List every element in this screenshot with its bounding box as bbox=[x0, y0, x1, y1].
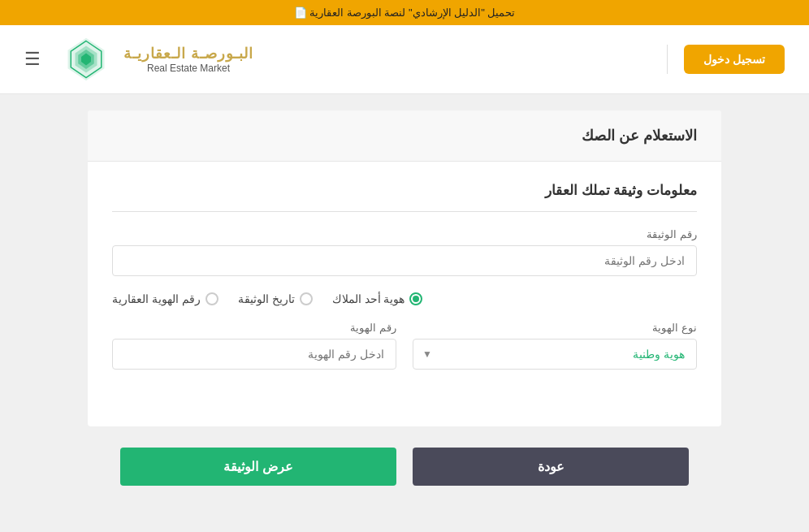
radio-real-estate-id-input[interactable] bbox=[205, 292, 218, 305]
logo-icon bbox=[62, 35, 110, 84]
id-number-group: رقم الهوية bbox=[112, 322, 396, 370]
deed-number-group: رقم الوثيقة bbox=[112, 228, 697, 276]
id-type-label: نوع الهوية bbox=[413, 322, 697, 334]
content-card: الاستعلام عن الصك معلومات وثيقة تملك الع… bbox=[88, 110, 721, 426]
id-row: نوع الهوية هوية وطنية هوية مقيم جواز سفر… bbox=[112, 322, 697, 386]
deed-number-label: رقم الوثيقة bbox=[112, 228, 697, 240]
menu-icon[interactable]: ☰ bbox=[24, 49, 41, 70]
radio-owner-id[interactable]: هوية أحد الملاك bbox=[332, 292, 423, 305]
view-document-button[interactable]: عرض الوثيقة bbox=[120, 448, 396, 486]
logo-english-name: Real Estate Market bbox=[123, 63, 253, 74]
page-title: الاستعلام عن الصك bbox=[112, 127, 697, 145]
logo-text: البـورصـة الـعقاريـة Real Estate Market bbox=[123, 45, 253, 74]
form-section-title: معلومات وثيقة تملك العقار bbox=[112, 182, 697, 212]
main-content: الاستعلام عن الصك معلومات وثيقة تملك الع… bbox=[0, 94, 809, 525]
banner-text: تحميل "الدليل الإرشادي" لنصة البورصة الع… bbox=[294, 6, 516, 19]
header-left: تسجيل دخول bbox=[667, 45, 785, 74]
header-divider bbox=[667, 45, 668, 74]
header: تسجيل دخول البـورصـة الـعقاريـة Real Est… bbox=[0, 25, 809, 94]
radio-deed-date-input[interactable] bbox=[300, 292, 313, 305]
top-banner[interactable]: تحميل "الدليل الإرشادي" لنصة البورصة الع… bbox=[0, 0, 809, 25]
login-button[interactable]: تسجيل دخول bbox=[684, 45, 785, 74]
id-number-label: رقم الهوية bbox=[112, 322, 396, 334]
id-number-input[interactable] bbox=[112, 339, 396, 370]
page-title-section: الاستعلام عن الصك bbox=[88, 110, 721, 162]
id-type-select-wrapper: هوية وطنية هوية مقيم جواز سفر ▼ bbox=[413, 339, 697, 370]
id-type-select[interactable]: هوية وطنية هوية مقيم جواز سفر bbox=[413, 339, 697, 370]
form-section: معلومات وثيقة تملك العقار رقم الوثيقة هو… bbox=[88, 162, 721, 426]
radio-deed-date-label: تاريخ الوثيقة bbox=[238, 292, 295, 305]
action-bar: عودة عرض الوثيقة bbox=[0, 435, 809, 499]
radio-group: هوية أحد الملاك تاريخ الوثيقة رقم الهوية… bbox=[112, 292, 697, 305]
back-button[interactable]: عودة bbox=[413, 448, 689, 486]
deed-number-input[interactable] bbox=[112, 245, 697, 276]
header-right: البـورصـة الـعقاريـة Real Estate Market … bbox=[24, 35, 253, 84]
radio-deed-date[interactable]: تاريخ الوثيقة bbox=[238, 292, 313, 305]
radio-real-estate-id-label: رقم الهوية العقارية bbox=[112, 292, 201, 305]
logo-arabic-name: البـورصـة الـعقاريـة bbox=[123, 45, 253, 63]
radio-owner-id-label: هوية أحد الملاك bbox=[332, 292, 405, 305]
radio-owner-id-input[interactable] bbox=[409, 292, 422, 305]
id-type-group: نوع الهوية هوية وطنية هوية مقيم جواز سفر… bbox=[413, 322, 697, 370]
radio-real-estate-id[interactable]: رقم الهوية العقارية bbox=[112, 292, 218, 305]
